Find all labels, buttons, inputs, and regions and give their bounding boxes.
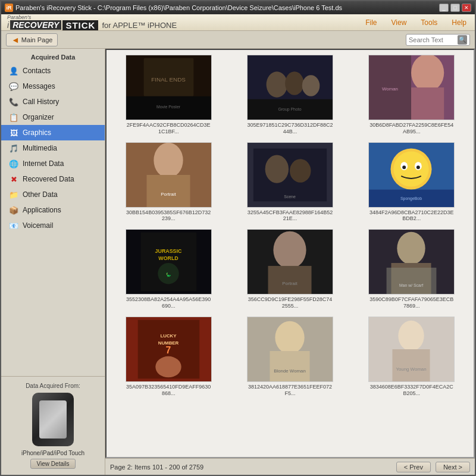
page-info: Page 2: Items 101 - 200 of 2759 — [110, 464, 392, 471]
svg-point-12 — [411, 55, 444, 92]
image-thumb-5[interactable]: Scene — [247, 142, 333, 208]
image-thumb-9[interactable]: Man w/ Scarf — [368, 229, 455, 295]
next-button[interactable]: Next > — [436, 462, 470, 472]
image-filename-9: 3590C89B0F7CFAFA79065E3ECB7869... — [368, 296, 455, 309]
svg-point-6 — [267, 71, 288, 97]
search-button[interactable]: 🔍 — [458, 35, 467, 45]
svg-text:JURASSIC: JURASSIC — [155, 248, 181, 254]
image-cell-9: Man w/ Scarf 3590C89B0F7CFAFA79065E3ECB7… — [355, 229, 469, 309]
svg-text:Woman: Woman — [382, 86, 398, 92]
status-bar: Page 2: Items 101 - 200 of 2759 < Prev N… — [105, 458, 475, 475]
image-filename-4: 30BB154B0395385SF676B12D732239... — [126, 209, 212, 223]
svg-rect-13 — [411, 87, 444, 120]
svg-point-31 — [416, 165, 420, 169]
app-icon: iR — [5, 4, 13, 12]
image-svg-4: Portrait — [126, 142, 211, 208]
svg-point-17 — [154, 142, 183, 177]
prev-button[interactable]: < Prev — [396, 462, 431, 472]
image-svg-11: Blonde Woman — [248, 317, 333, 382]
image-cell-5: Scene 3255A45CFB3FAAE82988F164B5221E... — [233, 142, 347, 223]
sidebar-item-multimedia[interactable]: 🎵 Multimedia — [1, 140, 105, 156]
image-thumb-12[interactable]: Young Woman — [368, 317, 455, 382]
sidebar-item-call-history[interactable]: 📞 Call History — [1, 94, 105, 109]
recovered-icon: ✖ — [8, 174, 19, 184]
title-bar: iR Paraben's iRecovery Stick - C:\Progra… — [1, 1, 475, 14]
image-thumb-11[interactable]: Blonde Woman — [247, 317, 333, 382]
sidebar-item-organizer[interactable]: 📋 Organizer — [1, 109, 105, 125]
svg-text:Scene: Scene — [284, 195, 296, 199]
svg-point-7 — [285, 71, 304, 95]
image-thumb-2[interactable]: Group Photo — [247, 55, 333, 120]
search-input[interactable] — [409, 36, 456, 43]
svg-point-30 — [403, 165, 406, 169]
image-cell-4: Portrait 30BB154B0395385SF676B12D732239.… — [111, 142, 226, 223]
organizer-icon: 📋 — [8, 112, 19, 123]
svg-point-56 — [275, 321, 304, 353]
svg-point-60 — [399, 320, 424, 350]
device-label: iPhone/iPad/iPod Touch — [7, 450, 99, 456]
sidebar-contacts-label: Contacts — [23, 67, 51, 75]
applications-icon: 📦 — [8, 205, 19, 215]
sidebar-call-history-label: Call History — [23, 98, 59, 106]
messages-icon: 💬 — [8, 81, 19, 92]
image-thumb-6[interactable]: SpongeBob — [368, 142, 455, 208]
device-section: Data Acquired From: iPhone/iPad/iPod Tou… — [1, 376, 105, 475]
svg-point-8 — [302, 75, 320, 96]
svg-text:Blonde Woman: Blonde Woman — [274, 368, 306, 374]
image-thumb-10[interactable]: LUCKY NUMBER 7 — [126, 317, 212, 382]
svg-text:Group Photo: Group Photo — [278, 107, 301, 112]
image-thumb-1[interactable]: FINAL ENDS Movie Poster — [126, 55, 212, 120]
image-cell-12: Young Woman 3834608E6BF3332F7D0F4ECA2CB2… — [355, 317, 469, 397]
back-arrow-icon: ◄ — [11, 35, 20, 45]
window-controls: _ □ ✕ — [439, 4, 471, 12]
image-cell-11: Blonde Woman 3812420AA618877E3651FEEF072… — [233, 317, 347, 397]
menu-items: File View Tools Help — [363, 17, 469, 28]
back-label: Main Page — [21, 36, 53, 43]
view-details-button[interactable]: View Details — [30, 459, 76, 469]
image-filename-5: 3255A45CFB3FAAE82988F164B5221E... — [247, 209, 333, 223]
sidebar-item-applications[interactable]: 📦 Applications — [1, 202, 105, 218]
sidebar-graphics-label: Graphics — [23, 129, 51, 137]
svg-point-41 — [273, 231, 306, 269]
minimize-button[interactable]: _ — [439, 4, 449, 12]
image-filename-2: 305E971851C29C736D312DF88C244B... — [247, 122, 333, 135]
sidebar-item-recovered-data[interactable]: ✖ Recovered Data — [1, 171, 105, 187]
sidebar-item-other-data[interactable]: 📁 Other Data — [1, 187, 105, 202]
image-thumb-8[interactable]: Portrait — [247, 229, 333, 295]
search-icon: 🔍 — [459, 36, 466, 43]
close-button[interactable]: ✕ — [462, 4, 471, 12]
sidebar-item-messages[interactable]: 💬 Messages — [1, 79, 105, 94]
menu-tools[interactable]: Tools — [418, 17, 440, 28]
back-button[interactable]: ◄ Main Page — [6, 33, 58, 46]
image-grid: FINAL ENDS Movie Poster 2FE9F4AAC92CFB8C… — [111, 55, 469, 396]
image-svg-9: Man w/ Scarf — [369, 229, 454, 295]
device-title: Data Acquired From: — [7, 383, 99, 389]
sidebar-recovered-label: Recovered Data — [23, 175, 74, 183]
image-cell-7: JURASSIC WORLD 🦕 3552308BA82A254A4A95A56… — [111, 229, 226, 309]
sidebar-item-voicemail[interactable]: 📧 Voicemail — [1, 218, 105, 233]
image-thumb-7[interactable]: JURASSIC WORLD 🦕 — [126, 229, 212, 295]
sidebar-item-internet-data[interactable]: 🌐 Internet Data — [1, 156, 105, 171]
image-thumb-4[interactable]: Portrait — [126, 142, 212, 208]
brand-logo: Paraben's i RECOVERY STICK for APPLE™ iP… — [7, 15, 363, 30]
svg-text:Man w/ Scarf: Man w/ Scarf — [399, 284, 423, 288]
sidebar-voicemail-label: Voicemail — [23, 221, 53, 230]
contacts-icon: 👤 — [8, 65, 19, 76]
sidebar-item-graphics[interactable]: 🖼 Graphics — [1, 125, 105, 140]
sidebar-messages-label: Messages — [23, 82, 55, 90]
image-filename-12: 3834608E6BF3332F7D0F4ECA2CB205... — [368, 384, 455, 397]
image-thumb-3[interactable]: Woman — [368, 55, 455, 120]
call-history-icon: 📞 — [8, 96, 19, 107]
menu-help[interactable]: Help — [449, 17, 469, 28]
image-grid-container[interactable]: FINAL ENDS Movie Poster 2FE9F4AAC92CFB8C… — [105, 49, 475, 458]
maximize-button[interactable]: □ — [450, 4, 460, 12]
sidebar-item-contacts[interactable]: 👤 Contacts — [1, 63, 105, 79]
menu-view[interactable]: View — [389, 17, 409, 28]
internet-icon: 🌐 — [8, 158, 19, 169]
svg-point-23 — [290, 159, 311, 182]
image-cell-1: FINAL ENDS Movie Poster 2FE9F4AAC92CFB8C… — [111, 55, 226, 135]
image-svg-1: FINAL ENDS Movie Poster — [126, 55, 211, 120]
menu-file[interactable]: File — [363, 17, 379, 28]
image-filename-7: 3552308BA82A254A4A95A56E390690... — [126, 296, 212, 309]
graphics-icon: 🖼 — [8, 127, 19, 138]
